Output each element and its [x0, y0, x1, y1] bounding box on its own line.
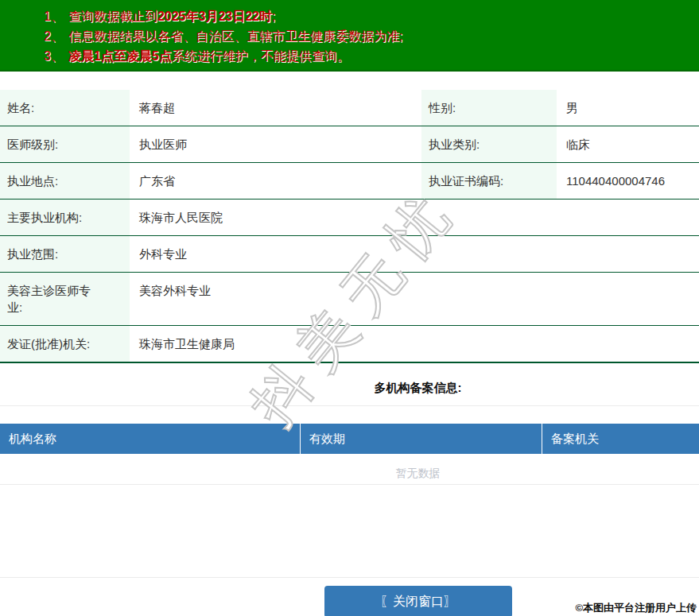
close-window-button[interactable]: 〖关闭窗口〗 — [324, 586, 512, 616]
field-value-certificate-number: 110440400004746 — [557, 163, 699, 199]
field-value-practice-location: 广东省 — [130, 163, 421, 199]
notice-line-3: 3、凌晨1点至凌晨5点系统进行维护，不能提供查询。 — [44, 46, 691, 66]
column-header-validity-period: 有效期 — [300, 424, 542, 454]
filing-table-header: 机构名称 有效期 备案机关 — [0, 424, 699, 454]
column-header-institution-name: 机构名称 — [0, 424, 300, 454]
notice-number: 3、 — [44, 49, 64, 63]
divider — [0, 405, 699, 406]
notice-text: 查询数据截止到 — [68, 10, 157, 23]
field-value-main-institution: 珠海市人民医院 — [130, 200, 699, 235]
notice-line-2: 2、信息数据结果以各省、自治区、直辖市卫生健康委数据为准; — [44, 26, 691, 46]
field-value-cosmetic-specialty: 美容外科专业 — [130, 273, 699, 325]
field-value-name: 蒋春超 — [130, 90, 421, 126]
notice-text-bold: 2025年3月23日22时 — [157, 10, 272, 23]
table-row: 美容主诊医师专 业: 美容外科专业 — [0, 273, 699, 326]
spacer — [0, 485, 699, 577]
notice-text: 系统进行维护，不能提供查询。 — [172, 49, 350, 63]
table-row: 执业地点: 广东省 执业证书编码: 110440400004746 — [0, 163, 699, 200]
notice-text: 信息数据结果以各省、自治区、直辖市卫生健康委数据为准; — [68, 29, 402, 43]
field-label-name: 姓名: — [0, 90, 130, 126]
field-label-doctor-level: 医师级别: — [0, 126, 130, 162]
field-label-issuing-authority: 发证(批准)机关: — [0, 326, 130, 362]
field-label-gender: 性别: — [421, 90, 557, 126]
notice-banner: 1、查询数据截止到2025年3月23日22时; 2、信息数据结果以各省、自治区、… — [0, 0, 699, 72]
notice-number: 2、 — [44, 29, 64, 43]
field-value-issuing-authority: 珠海市卫生健康局 — [130, 326, 699, 362]
field-label-practice-category: 执业类别: — [421, 126, 557, 162]
notice-line-1: 1、查询数据截止到2025年3月23日22时; — [44, 6, 691, 26]
table-row: 主要执业机构: 珠海市人民医院 — [0, 200, 699, 236]
field-value-gender: 男 — [557, 90, 699, 126]
field-value-practice-scope: 外科专业 — [130, 236, 699, 272]
notice-text: ; — [272, 10, 275, 23]
filing-section-title: 多机构备案信息: — [0, 379, 699, 396]
table-row: 执业范围: 外科专业 — [0, 236, 699, 273]
attribution-text: ©本图由平台注册用户上传 — [575, 601, 697, 615]
field-label-practice-location: 执业地点: — [0, 163, 130, 199]
table-row: 姓名: 蒋春超 性别: 男 — [0, 90, 699, 126]
practitioner-info-table: 姓名: 蒋春超 性别: 男 医师级别: 执业医师 执业类别: 临床 执业地点: … — [0, 90, 699, 363]
notice-number: 1、 — [44, 10, 64, 23]
table-row: 医师级别: 执业医师 执业类别: 临床 — [0, 126, 699, 163]
field-label-practice-scope: 执业范围: — [0, 236, 130, 272]
field-label-main-institution: 主要执业机构: — [0, 200, 130, 235]
field-label-cosmetic-specialty: 美容主诊医师专 业: — [0, 273, 130, 325]
divider — [0, 577, 699, 578]
field-label-certificate-number: 执业证书编码: — [421, 163, 557, 199]
notice-text-bold: 凌晨1点至凌晨5点 — [68, 49, 172, 63]
field-value-doctor-level: 执业医师 — [130, 126, 421, 162]
column-header-filing-authority: 备案机关 — [542, 424, 699, 454]
practitioner-query-page: 1、查询数据截止到2025年3月23日22时; 2、信息数据结果以各省、自治区、… — [0, 0, 699, 616]
no-data-placeholder: 暂无数据 — [0, 454, 699, 484]
field-value-practice-category: 临床 — [557, 126, 699, 162]
table-row: 发证(批准)机关: 珠海市卫生健康局 — [0, 326, 699, 362]
